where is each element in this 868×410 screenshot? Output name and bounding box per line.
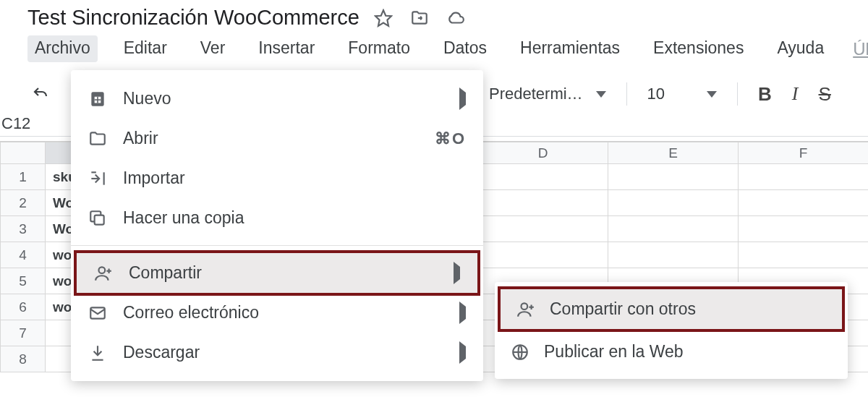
cell[interactable] — [478, 164, 608, 190]
menu-item-hacer-copia[interactable]: Hacer una copia — [71, 198, 483, 238]
globe-icon — [511, 343, 529, 362]
new-sheet-icon — [88, 90, 107, 108]
menu-item-compartir[interactable]: Compartir — [74, 250, 480, 296]
folder-icon — [88, 129, 107, 148]
cell[interactable]: Wo — [46, 216, 73, 242]
bold-button[interactable]: B — [758, 83, 772, 106]
svg-marker-4 — [375, 10, 391, 26]
import-icon — [88, 169, 107, 188]
menu-item-label: Descargar — [123, 343, 443, 362]
cell[interactable] — [46, 320, 73, 346]
row-header[interactable]: 2 — [1, 190, 46, 216]
cell[interactable] — [608, 242, 739, 268]
separator — [737, 82, 738, 106]
submenu-item-label: Compartir con otros — [550, 299, 696, 319]
menu-item-descargar[interactable]: Descargar — [71, 333, 483, 372]
cell[interactable]: wo — [46, 294, 73, 320]
menu-herramientas[interactable]: Herramientas — [513, 35, 627, 62]
move-to-folder-icon[interactable] — [410, 9, 429, 27]
row-header[interactable]: 5 — [1, 268, 46, 294]
cell[interactable]: wo — [46, 242, 73, 268]
submenu-item-label: Publicar en la Web — [544, 342, 684, 362]
menu-ver[interactable]: Ver — [193, 35, 233, 62]
cell[interactable]: Wo — [46, 190, 73, 216]
menu-item-abrir[interactable]: Abrir ⌘O — [71, 119, 483, 158]
svg-rect-9 — [95, 215, 104, 224]
person-add-icon — [516, 300, 535, 319]
last-edit-link[interactable]: Úl — [853, 39, 868, 59]
cell[interactable] — [739, 242, 869, 268]
font-family-label: Predetermi… — [489, 85, 583, 103]
cell[interactable] — [46, 346, 73, 372]
submenu-item-compartir-con-otros[interactable]: Compartir con otros — [498, 286, 845, 332]
select-all-cell[interactable] — [1, 142, 46, 164]
menu-bar: Archivo Editar Ver Insertar Formato Dato… — [27, 33, 868, 65]
row-header[interactable]: 1 — [1, 164, 46, 190]
menu-extensiones[interactable]: Extensiones — [646, 35, 751, 62]
submenu-arrow-icon — [459, 346, 466, 359]
menu-separator — [71, 245, 483, 246]
menu-item-importar[interactable]: Importar — [71, 158, 483, 198]
row-header[interactable]: 4 — [1, 242, 46, 268]
menu-item-label: Hacer una copia — [123, 208, 466, 228]
separator — [626, 82, 627, 106]
menu-item-label: Importar — [123, 168, 466, 188]
menu-item-label: Abrir — [123, 129, 419, 148]
cloud-status-icon[interactable] — [446, 9, 465, 27]
compartir-submenu: Compartir con otros Publicar en la Web — [495, 282, 848, 379]
person-add-icon — [94, 264, 113, 283]
cell[interactable] — [608, 190, 739, 216]
svg-point-14 — [522, 303, 528, 309]
col-header[interactable] — [46, 142, 73, 164]
menu-archivo[interactable]: Archivo — [27, 35, 98, 62]
cell[interactable]: wo — [46, 268, 73, 294]
cell[interactable]: sku — [46, 164, 73, 190]
menu-item-label: Correo electrónico — [123, 303, 443, 323]
menu-editar[interactable]: Editar — [116, 35, 174, 62]
font-family-dropdown[interactable]: Predetermi… — [489, 85, 606, 103]
menu-ayuda[interactable]: Ayuda — [770, 35, 831, 62]
document-title[interactable]: Test Sincronización WooCommerce — [27, 6, 359, 30]
row-header[interactable]: 6 — [1, 294, 46, 320]
submenu-item-publicar-web[interactable]: Publicar en la Web — [495, 332, 848, 372]
menu-item-label: Nuevo — [123, 89, 443, 108]
row-header[interactable]: 3 — [1, 216, 46, 242]
cell[interactable] — [608, 216, 739, 242]
menu-insertar[interactable]: Insertar — [251, 35, 322, 62]
menu-item-label: Compartir — [129, 263, 438, 283]
col-header[interactable]: F — [739, 142, 869, 164]
menu-formato[interactable]: Formato — [341, 35, 417, 62]
cell[interactable] — [739, 190, 869, 216]
cell[interactable] — [739, 164, 869, 190]
menu-item-nuevo[interactable]: Nuevo — [71, 79, 483, 119]
download-icon — [88, 343, 107, 362]
star-icon[interactable] — [374, 9, 393, 27]
menu-datos[interactable]: Datos — [436, 35, 494, 62]
keyboard-shortcut: ⌘O — [435, 129, 466, 148]
italic-button[interactable]: I — [792, 83, 799, 105]
col-header[interactable]: E — [608, 142, 739, 164]
submenu-arrow-icon — [459, 307, 466, 320]
submenu-arrow-icon — [454, 267, 460, 280]
cell[interactable] — [608, 164, 739, 190]
svg-point-10 — [99, 267, 106, 273]
row-header[interactable]: 8 — [1, 346, 46, 372]
cell[interactable] — [478, 242, 608, 268]
menu-item-correo[interactable]: Correo electrónico — [71, 293, 483, 333]
row-header[interactable]: 7 — [1, 320, 46, 346]
cell[interactable] — [739, 216, 869, 242]
email-icon — [88, 304, 107, 323]
chevron-down-icon — [596, 91, 606, 98]
undo-icon[interactable] — [32, 85, 49, 103]
copy-icon — [88, 209, 107, 228]
submenu-arrow-icon — [459, 93, 466, 106]
chevron-down-icon — [707, 91, 717, 98]
archivo-dropdown: Nuevo Abrir ⌘O Importar Hacer una copia … — [71, 70, 483, 381]
strikethrough-button[interactable]: S — [819, 83, 831, 106]
font-size-dropdown[interactable]: 10 — [647, 85, 717, 103]
cell[interactable] — [478, 190, 608, 216]
font-size-value: 10 — [647, 85, 665, 103]
col-header[interactable]: D — [478, 142, 608, 164]
cell[interactable] — [478, 216, 608, 242]
